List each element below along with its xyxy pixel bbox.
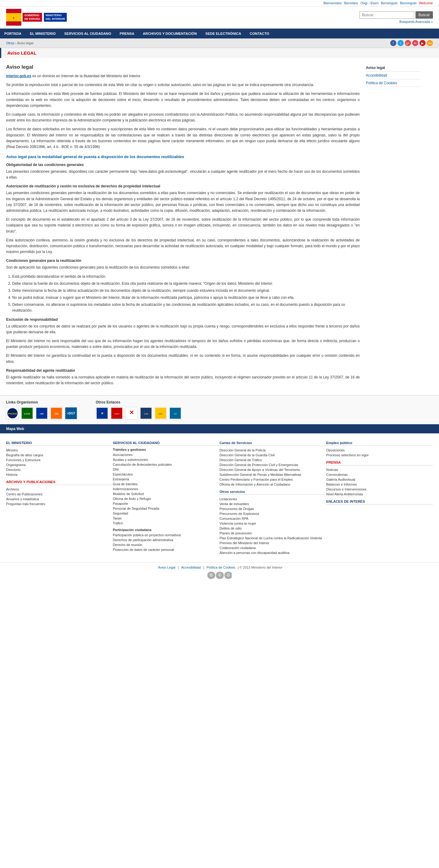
nav-ministerio[interactable]: EL MINISTERIO (26, 29, 60, 38)
advanced-search-link[interactable]: Búsqueda Avanzada » (399, 20, 433, 24)
sitemap-link[interactable]: Preguntas más frecuentes (6, 502, 45, 506)
domain-link[interactable]: interior.gob.es (6, 74, 31, 78)
footer-accesibilidad[interactable]: Accesibilidad (181, 565, 201, 569)
other-logo-5[interactable]: ORG (154, 407, 167, 420)
sitemap-link[interactable]: Dirección General de la Policía (220, 448, 266, 452)
sitemap-link[interactable]: Dirección General de Apoyo a Víctimas de… (220, 468, 300, 471)
sitemap-link[interactable]: Delitos de odio (220, 526, 242, 530)
sitemap-link[interactable]: Venta de inmuebles (220, 502, 249, 506)
sitemap-link[interactable]: Oficina de Información y Atención al Ciu… (220, 483, 290, 486)
nav-servicios[interactable]: SERVICIOS AL CIUDADANO (60, 29, 115, 38)
sitemap-link[interactable]: Centro de Publicaciones (6, 492, 42, 496)
sitemap-link[interactable]: Guía de trámites (113, 482, 137, 486)
nav-portada[interactable]: PORTADA (0, 29, 26, 38)
sitemap-link[interactable]: Funciones y Estructura (6, 458, 40, 462)
sitemap-link[interactable]: Ayudas y subvenciones (113, 458, 148, 462)
sitemap-link[interactable]: Centro Penitenciario y Formación para el… (220, 478, 293, 481)
lang-benvidos[interactable]: Benvidos (344, 1, 358, 5)
sitemap-link[interactable]: Atención a personas con discapacidad aud… (220, 551, 289, 555)
sitemap-link[interactable]: Participación pública en proyectos norma… (113, 533, 181, 537)
nav-contacto[interactable]: CONTACTO (245, 29, 273, 38)
sitemap-link[interactable]: Precursores de Explosivos (220, 512, 259, 516)
other-logo-1[interactable]: ★ (96, 407, 108, 420)
footer-aviso-legal[interactable]: Aviso Legal (158, 565, 176, 569)
sitemap-link[interactable]: Comunicación RPA (220, 517, 248, 520)
sitemap-link[interactable]: Cancelación de Antecedentes policiales (113, 463, 172, 466)
sitemap-link[interactable]: Protección de datos de carácter personal (113, 548, 174, 552)
sitemap-link[interactable]: Indemnizaciones (113, 487, 138, 491)
search-button[interactable]: Buscar (415, 11, 433, 19)
org-logo-police[interactable]: POLICIA (6, 407, 19, 420)
sitemap-link[interactable]: Colaboración ciudadana (220, 546, 256, 550)
other-logo-6[interactable]: INT (169, 407, 182, 420)
sitemap-link[interactable]: Balances e Informes (326, 483, 357, 486)
sitemap-link[interactable]: Pasaporte (113, 502, 128, 505)
sitemap-link[interactable]: Galería Audiovisual (326, 478, 355, 481)
sitemap-link[interactable]: Dirección General de Protección Civil y … (220, 463, 298, 467)
sitemap-link[interactable]: Extranjería (113, 477, 129, 481)
sitemap-link[interactable]: Procesos selectivos en vigor (326, 453, 369, 457)
sitemap-link[interactable]: Espectáculos (113, 472, 133, 476)
lang-benvinguts[interactable]: Benvinguts (381, 1, 397, 5)
sitemap-link[interactable]: Archivos (6, 488, 19, 491)
sidebar-link-cookies[interactable]: Política de Cookies (366, 79, 421, 87)
sitemap-link[interactable]: Planes de prevención (220, 531, 252, 535)
sitemap-link[interactable]: Dirección General de la Guardia Civil (220, 453, 275, 457)
nav-prensa[interactable]: PRENSA (115, 29, 139, 38)
sitemap-link[interactable]: Modelos de Solicitud (113, 492, 144, 496)
sitemap-link[interactable]: Historia (6, 473, 18, 476)
sitemap-link[interactable]: Dirección General de Tráfico (220, 458, 262, 462)
instagram-icon[interactable]: in (412, 40, 418, 46)
sitemap-link[interactable]: Oficina de Asilo y Refugio (113, 497, 151, 500)
sitemap-link[interactable]: Derechos de participación administrativa (113, 538, 173, 542)
org-logo-dgt[interactable]: ≡DGT (65, 407, 77, 420)
sitemap-link[interactable]: Biografía de altos cargos (6, 453, 43, 457)
facebook-icon[interactable]: f (390, 40, 396, 46)
sitemap-link[interactable]: Organigrama (6, 463, 26, 467)
googleplus-icon[interactable]: g+ (405, 40, 411, 46)
lang-welcome[interactable]: Welcome (419, 1, 433, 5)
nav-archivos[interactable]: ARCHIVOS Y DOCUMENTACIÓN (139, 29, 201, 38)
sitemap-link[interactable]: Asociaciones (113, 453, 133, 457)
sidebar-link-accesibilidad[interactable]: Accesibilidad (366, 72, 421, 79)
sitemap-link[interactable]: Ministro (6, 448, 18, 452)
svg-text:CNP: CNP (40, 413, 44, 415)
sitemap-link[interactable]: Violencia contra la mujer (220, 522, 256, 525)
org-logo-emergency[interactable]: 112 (50, 407, 63, 420)
sitemap-link[interactable]: Tráfico (113, 521, 123, 525)
sitemap-link[interactable]: Directorio (6, 468, 21, 471)
sitemap-link[interactable]: Personal de Seguridad Privada (113, 507, 159, 510)
sitemap-link[interactable]: Discursos e Intervenciones (326, 488, 366, 491)
lang-benvinguts2[interactable]: Benvinguts (400, 1, 416, 5)
sitemap-link[interactable]: Licitaciones (220, 497, 237, 501)
sitemap-link[interactable]: Nivel Alerta Antiterrorista (326, 492, 363, 496)
sitemap-link[interactable]: Anuarios y estadística (6, 497, 39, 501)
twitter-icon[interactable]: t (398, 40, 404, 46)
org-logo-cnp[interactable]: CNP (35, 407, 48, 420)
sitemap-link[interactable]: Precursores de Drogas (220, 507, 254, 510)
sitemap-link[interactable]: Noticias (326, 468, 338, 471)
breadcrumb-otras[interactable]: Otras (6, 41, 14, 45)
sitemap-link[interactable]: Tasas (113, 517, 122, 520)
search-input[interactable] (360, 11, 414, 19)
footer-cookies[interactable]: Política de Cookies (206, 565, 235, 569)
sitemap-link[interactable]: Subdirección General de Penas y Medidas … (220, 473, 301, 476)
rss-icon[interactable]: rss (427, 40, 433, 46)
lang-ongi[interactable]: Ongi - Etorri (360, 1, 378, 5)
sitemap-link[interactable]: Oposiciones (326, 448, 345, 452)
lang-bienvenidos[interactable]: Bienvenidos (324, 1, 342, 5)
sitemap-link[interactable]: DNI (113, 468, 119, 471)
site-logo[interactable]: E GOBIERNODE ESPAÑA MINISTERIODEL INTERI… (6, 9, 67, 26)
other-logo-2[interactable]: LOGO (110, 407, 123, 420)
sidebar-link-aviso[interactable]: Aviso legal (366, 64, 421, 71)
sitemap-link[interactable]: Derecho de reunión (113, 543, 142, 547)
org-logo-gc[interactable]: G.CIVIL (21, 407, 34, 420)
other-logo-4[interactable]: GOB (140, 407, 153, 420)
sitemap-link[interactable]: Plan Estratégico Nacional de Lucha contr… (220, 536, 322, 540)
nav-sede[interactable]: SEDE ELECTRÓNICA (201, 29, 246, 38)
sitemap-link[interactable]: Convocatorias (326, 473, 347, 476)
sitemap-link[interactable]: Premios del Ministerio del Interior (220, 541, 269, 545)
other-logo-3[interactable]: ✕ (125, 407, 138, 420)
sitemap-link[interactable]: Seguridad (113, 512, 128, 515)
youtube-icon[interactable]: ▶ (419, 40, 426, 46)
